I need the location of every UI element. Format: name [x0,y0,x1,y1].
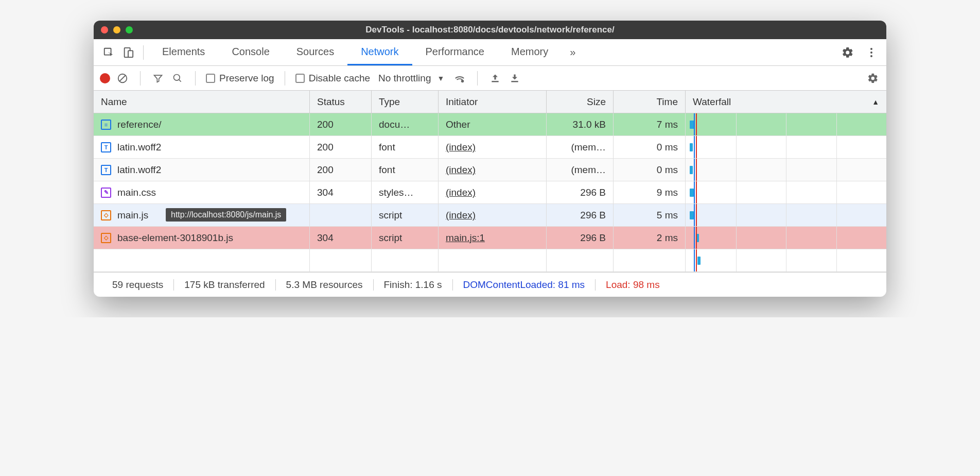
disable-cache-label: Disable cache [309,73,370,84]
network-conditions-icon[interactable] [452,71,467,86]
initiator-link[interactable]: (index) [446,142,476,153]
download-har-icon[interactable] [507,71,522,86]
request-name: main.css [117,187,156,198]
initiator-link[interactable]: main.js:1 [446,232,485,244]
cell-name[interactable]: ◇main.jshttp://localhost:8080/js/main.js [94,204,310,226]
upload-har-icon[interactable] [488,71,502,86]
cell-name[interactable]: ✎main.css [94,181,310,203]
clear-icon[interactable] [115,71,130,86]
throttling-select[interactable]: No throttling ▼ [375,73,447,84]
initiator-link[interactable]: (index) [446,164,476,176]
cell-size: 296 B [547,204,614,226]
device-toolbar-icon[interactable] [118,43,138,62]
cell-initiator[interactable]: (index) [439,159,547,181]
cell-initiator[interactable]: main.js:1 [439,227,547,249]
request-row[interactable]: Tlatin.woff2200font(index)(mem…0 ms [94,136,886,159]
cell-name[interactable]: Tlatin.woff2 [94,136,310,158]
network-settings-icon[interactable] [866,71,880,86]
cell-status [310,204,372,226]
cell-name[interactable]: ≡reference/ [94,113,310,135]
tab-elements[interactable]: Elements [149,39,218,65]
cell-waterfall [686,181,886,203]
record-button[interactable] [100,73,110,83]
request-name: base-element-3018901b.js [117,232,233,244]
column-type[interactable]: Type [372,91,439,113]
status-finish: Finish: 1.16 s [374,279,453,291]
status-requests: 59 requests [102,279,174,291]
column-status[interactable]: Status [310,91,372,113]
status-transferred: 175 kB transferred [174,279,275,291]
svg-point-4 [870,52,872,54]
column-time[interactable]: Time [614,91,686,113]
script-icon: ◇ [101,233,111,243]
divider [477,71,478,86]
more-tabs-icon[interactable]: » [562,46,584,58]
column-size[interactable]: Size [547,91,614,113]
maximize-window-button[interactable] [126,26,133,33]
cell-time: 5 ms [614,204,686,226]
tab-console[interactable]: Console [218,39,283,65]
column-name[interactable]: Name [94,91,310,113]
cell-status: 200 [310,136,372,158]
cell-time: 7 ms [614,113,686,135]
tab-memory[interactable]: Memory [498,39,562,65]
cell-initiator[interactable]: (index) [439,181,547,203]
caret-down-icon: ▼ [437,74,444,82]
initiator-link[interactable]: (index) [446,210,476,221]
cell-type: script [372,227,439,249]
cell-type: styles… [372,181,439,203]
request-name: main.js [117,210,148,221]
tab-sources[interactable]: Sources [283,39,347,65]
cell-time: 9 ms [614,181,686,203]
cell-type: font [372,136,439,158]
inspect-element-icon[interactable] [99,43,118,62]
svg-rect-12 [512,81,518,82]
tooltip: http://localhost:8080/js/main.js [166,208,286,222]
waterfall-bar [690,143,693,151]
cell-type: script [372,204,439,226]
waterfall-bar [690,189,694,197]
cell-status: 200 [310,159,372,181]
cell-name[interactable]: ◇base-element-3018901b.js [94,227,310,249]
cell-status: 304 [310,227,372,249]
tab-network[interactable]: Network [347,39,412,65]
font-icon: T [101,165,111,175]
request-row[interactable]: ◇base-element-3018901b.js304scriptmain.j… [94,227,886,249]
initiator-link[interactable]: (index) [446,187,476,198]
filter-icon[interactable] [151,71,165,86]
cell-size: 296 B [547,181,614,203]
status-domcontentloaded: DOMContentLoaded: 81 ms [453,279,596,291]
request-row[interactable]: ≡reference/200docu…Other31.0 kB7 ms [94,113,886,136]
request-name: latin.woff2 [117,142,161,153]
kebab-menu-icon[interactable] [862,43,881,62]
titlebar: DevTools - localhost:8080/docs/devtools/… [94,21,886,39]
devtools-window: DevTools - localhost:8080/docs/devtools/… [94,21,886,297]
request-row[interactable]: Tlatin.woff2200font(index)(mem…0 ms [94,159,886,181]
main-tabbar: ElementsConsoleSourcesNetworkPerformance… [94,39,886,66]
cell-type: docu… [372,113,439,135]
search-icon[interactable] [170,71,185,86]
column-waterfall[interactable]: Waterfall ▲ [686,91,886,113]
request-row[interactable]: ◇main.jshttp://localhost:8080/js/main.js… [94,204,886,227]
minimize-window-button[interactable] [113,26,120,33]
svg-rect-11 [492,81,499,82]
cell-size: 296 B [547,227,614,249]
svg-point-8 [174,74,180,80]
cell-size: (mem… [547,136,614,158]
column-initiator[interactable]: Initiator [439,91,547,113]
close-window-button[interactable] [101,26,108,33]
svg-line-7 [120,75,126,81]
statusbar: 59 requests 175 kB transferred 5.3 MB re… [94,272,886,297]
cell-initiator[interactable]: (index) [439,204,547,226]
settings-icon[interactable] [838,43,857,62]
cell-waterfall [686,136,886,158]
cell-name[interactable]: Tlatin.woff2 [94,159,310,181]
disable-cache-checkbox[interactable]: Disable cache [295,73,370,84]
tab-performance[interactable]: Performance [412,39,498,65]
cell-time: 2 ms [614,227,686,249]
preserve-log-checkbox[interactable]: Preserve log [206,73,274,84]
request-row[interactable]: ✎main.css304styles…(index)296 B9 ms [94,181,886,204]
cell-waterfall [686,159,886,181]
svg-point-10 [461,79,464,82]
cell-initiator[interactable]: (index) [439,136,547,158]
